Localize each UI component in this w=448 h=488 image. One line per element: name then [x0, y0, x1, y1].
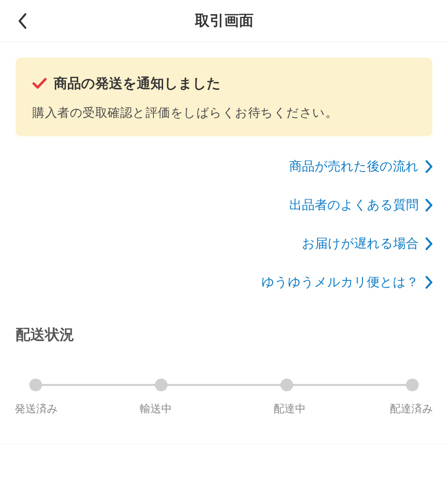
progress-track: [29, 378, 419, 392]
help-link-delivery-delay[interactable]: お届けが遅れる場合: [302, 235, 432, 252]
progress-dot-in-transit: [155, 379, 168, 391]
divider: [0, 444, 448, 444]
progress-label-in-transit: 輸送中: [107, 402, 204, 416]
help-link-label: お届けが遅れる場合: [302, 235, 419, 252]
content-area: 商品の発送を通知しました 購入者の受取確認と評価をしばらくお待ちください。 商品…: [0, 58, 448, 444]
progress-dot-delivered: [406, 379, 419, 391]
progress-label-delivered: 配達済み: [336, 402, 433, 416]
progress-dots: [29, 378, 419, 392]
chevron-left-icon: [18, 13, 27, 29]
chevron-right-icon: [426, 276, 432, 289]
help-link-label: 商品が売れた後の流れ: [289, 158, 419, 175]
delivery-progress: 発送済み 輸送中 配達中 配達済み: [29, 378, 419, 416]
help-link-label: ゆうゆうメルカリ便とは？: [261, 274, 419, 291]
header: 取引画面: [0, 0, 448, 42]
progress-labels: 発送済み 輸送中 配達中 配達済み: [29, 402, 419, 416]
chevron-right-icon: [426, 160, 432, 173]
delivery-status-heading: 配送状況: [16, 325, 448, 345]
status-banner-title: 商品の発送を通知しました: [54, 74, 221, 93]
status-banner-title-row: 商品の発送を通知しました: [32, 74, 416, 93]
status-banner: 商品の発送を通知しました 購入者の受取確認と評価をしばらくお待ちください。: [16, 58, 432, 136]
help-links: 商品が売れた後の流れ 出品者のよくある質問 お届けが遅れる場合 ゆうゆうメルカリ…: [0, 158, 448, 291]
back-button[interactable]: [12, 10, 33, 32]
progress-dot-shipped: [29, 379, 42, 391]
help-link-after-sale-flow[interactable]: 商品が売れた後の流れ: [289, 158, 432, 175]
help-link-label: 出品者のよくある質問: [289, 196, 419, 213]
status-banner-body: 購入者の受取確認と評価をしばらくお待ちください。: [32, 105, 416, 121]
chevron-right-icon: [426, 199, 432, 212]
check-icon: [32, 77, 47, 90]
page-title: 取引画面: [0, 11, 448, 31]
progress-dot-out-for-delivery: [280, 379, 293, 391]
help-link-seller-faq[interactable]: 出品者のよくある質問: [289, 196, 432, 213]
progress-label-shipped: 発送済み: [15, 402, 112, 416]
chevron-right-icon: [426, 237, 432, 250]
progress-label-out-for-delivery: 配達中: [241, 402, 339, 416]
help-link-yuyu-mercari[interactable]: ゆうゆうメルカリ便とは？: [261, 274, 432, 291]
